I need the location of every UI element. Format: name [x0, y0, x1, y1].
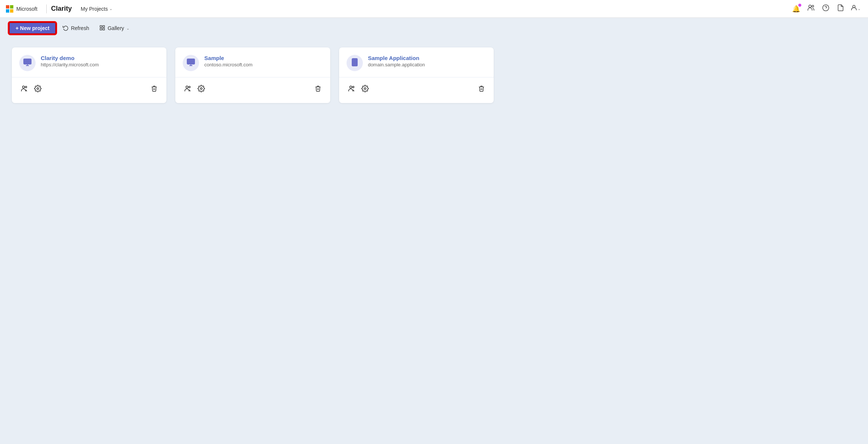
card-divider [175, 77, 330, 77]
gallery-label: Gallery [107, 25, 124, 31]
svg-rect-9 [24, 59, 31, 64]
document-button[interactable] [834, 2, 847, 16]
svg-point-18 [186, 86, 188, 88]
project-icon-wrap [183, 55, 199, 71]
members-icon[interactable] [347, 83, 357, 96]
svg-point-24 [352, 86, 354, 88]
settings-icon[interactable] [196, 83, 206, 96]
user-chevron-icon: ⌄ [858, 7, 861, 11]
members-icon[interactable] [19, 83, 30, 96]
project-icon-wrap [19, 55, 36, 71]
card-footer [183, 83, 322, 96]
document-icon [837, 4, 844, 13]
people-button[interactable] [804, 2, 818, 16]
svg-point-23 [349, 86, 352, 88]
microsoft-logo: Microsoft [6, 5, 37, 13]
monitor-icon [186, 58, 195, 68]
microsoft-label: Microsoft [16, 6, 37, 12]
user-button[interactable]: ⌄ [849, 2, 862, 16]
project-title[interactable]: Clarity demo [41, 55, 99, 61]
card-info: Sample Application domain.sample.applica… [368, 55, 425, 67]
project-title[interactable]: Sample [204, 55, 252, 61]
delete-icon[interactable] [149, 83, 159, 96]
card-footer [347, 83, 486, 96]
gallery-chevron-icon: ⌄ [126, 26, 129, 30]
settings-icon[interactable] [360, 83, 370, 96]
project-url: contoso.microsoft.com [204, 62, 252, 67]
card-divider [339, 77, 494, 77]
project-url: domain.sample.application [368, 62, 425, 67]
svg-rect-7 [100, 28, 102, 30]
project-title[interactable]: Sample Application [368, 55, 425, 61]
bell-button[interactable]: 🔔 [789, 2, 803, 16]
project-url: https://clarity.microsoft.com [41, 62, 99, 67]
project-icon-wrap [347, 55, 363, 71]
svg-point-14 [37, 88, 39, 90]
svg-point-2 [823, 5, 829, 11]
card-divider [12, 77, 166, 77]
svg-rect-8 [103, 28, 105, 30]
refresh-button[interactable]: Refresh [59, 23, 93, 34]
delete-icon[interactable] [477, 83, 486, 96]
top-navigation: Microsoft Clarity My Projects ⌄ 🔔 [0, 0, 868, 18]
gallery-icon [99, 25, 105, 32]
microsoft-grid-icon [6, 5, 13, 13]
monitor-icon [23, 58, 32, 68]
gallery-button[interactable]: Gallery ⌄ [96, 23, 133, 34]
notification-badge [798, 4, 801, 7]
nav-right-icons: 🔔 [789, 2, 862, 16]
svg-point-19 [189, 86, 190, 88]
card-header: Clarity demo https://clarity.microsoft.c… [19, 55, 159, 71]
user-icon [850, 4, 858, 13]
refresh-icon [63, 25, 69, 32]
svg-rect-6 [103, 26, 105, 27]
svg-point-25 [364, 88, 366, 90]
card-header: Sample Application domain.sample.applica… [347, 55, 486, 71]
svg-point-12 [23, 86, 25, 88]
members-icon[interactable] [183, 83, 193, 96]
phone-icon [350, 58, 359, 68]
svg-point-1 [812, 5, 814, 7]
chevron-down-icon: ⌄ [109, 7, 112, 11]
card-info: Sample contoso.microsoft.com [204, 55, 252, 67]
main-content: Clarity demo https://clarity.microsoft.c… [0, 39, 868, 112]
settings-icon[interactable] [33, 83, 43, 96]
refresh-label: Refresh [71, 25, 89, 31]
svg-rect-15 [187, 59, 195, 64]
project-card: Sample Application domain.sample.applica… [339, 47, 494, 103]
people-icon [807, 4, 815, 13]
card-footer [19, 83, 159, 96]
svg-point-13 [25, 86, 27, 88]
help-button[interactable] [819, 2, 832, 16]
card-info: Clarity demo https://clarity.microsoft.c… [41, 55, 99, 67]
projects-grid: Clarity demo https://clarity.microsoft.c… [12, 47, 494, 103]
delete-icon[interactable] [313, 83, 323, 96]
toolbar: + New project Refresh Gallery ⌄ [0, 18, 868, 39]
help-icon [822, 4, 829, 13]
nav-divider [46, 4, 47, 13]
my-projects-label: My Projects [81, 6, 108, 12]
svg-point-20 [201, 88, 202, 90]
new-project-button[interactable]: + New project [9, 22, 56, 34]
project-card: Clarity demo https://clarity.microsoft.c… [12, 47, 166, 103]
svg-rect-5 [100, 26, 102, 27]
app-name: Clarity [51, 5, 72, 13]
my-projects-menu[interactable]: My Projects ⌄ [81, 6, 112, 12]
project-card: Sample contoso.microsoft.com [175, 47, 330, 103]
card-header: Sample contoso.microsoft.com [183, 55, 322, 71]
svg-point-0 [809, 5, 811, 8]
